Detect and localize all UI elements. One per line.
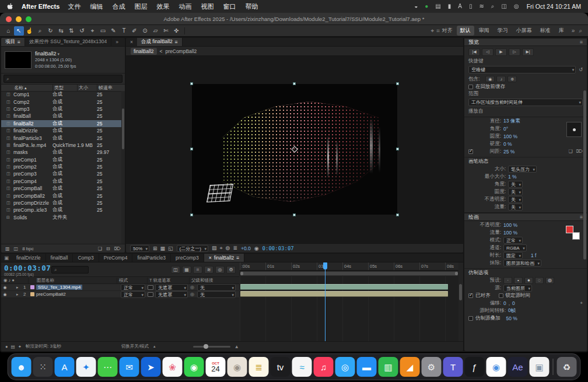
setting-value[interactable]: 关 [508, 196, 523, 203]
offset-target-icon[interactable]: ⌖ [580, 300, 583, 306]
selection-handle[interactable] [396, 148, 399, 150]
render-time-icon[interactable]: ● [5, 344, 8, 349]
source-time-shift-value[interactable]: 0帧 [508, 307, 516, 314]
project-row[interactable]: ⊟ Solids 文件夹 [1, 214, 121, 221]
battery-icon[interactable]: ▮ [448, 3, 452, 10]
timeline-tab[interactable]: PreComp4 [99, 254, 133, 262]
include-overlays-icon[interactable]: ⊕ [508, 76, 517, 82]
layer-visibility-icon[interactable]: ◉ [1, 292, 9, 297]
work-area-bar[interactable] [240, 271, 458, 276]
launchpad[interactable]: ⁙ [33, 357, 53, 377]
safari[interactable]: ✦ [76, 357, 96, 377]
right-panel-scrollbar[interactable] [583, 90, 586, 260]
chrome[interactable]: ◉ [487, 357, 506, 377]
layer-visibility-icon[interactable]: ◉ [1, 285, 9, 290]
figma[interactable]: ƒ [465, 357, 485, 377]
project-row[interactable]: ◫ finalBall2 合成 25 [1, 120, 121, 127]
window-zoom-button[interactable] [26, 16, 32, 22]
breadcrumb-parent[interactable]: preCompBall2 [165, 48, 197, 54]
pixel-aspect-icon[interactable]: ⌖ [219, 245, 222, 251]
clone-source-overlay-value[interactable]: 50 % [506, 316, 517, 321]
menu-item[interactable]: 文件 [68, 2, 80, 11]
snap-grid-icon[interactable]: ⌗ [436, 27, 440, 34]
breadcrumb-current[interactable]: finalBall2 [131, 48, 157, 55]
track-matte-select[interactable]: 无遮罩 [155, 291, 188, 298]
type-tool[interactable]: T [119, 26, 129, 36]
menu-item[interactable]: 动画 [178, 2, 191, 11]
column-mode[interactable]: 模式 [117, 278, 147, 283]
workspace-tab[interactable]: 学习 [494, 26, 512, 36]
selection-handle[interactable] [190, 82, 193, 85]
snapshot-icon[interactable]: ◉ [254, 246, 259, 251]
tab-menu-icon[interactable]: ≡ [236, 255, 239, 261]
zoom-out-icon[interactable]: ▲ [153, 345, 156, 348]
prev-frame-button[interactable]: ◁ [482, 48, 494, 56]
panel-menu-icon[interactable]: ≡ [580, 214, 583, 220]
magnification-select[interactable]: 50% [130, 245, 149, 252]
clone-preset-2-icon[interactable]: • [514, 277, 523, 284]
aligned-checkbox[interactable] [468, 293, 473, 298]
puppet-pin-tool[interactable]: ✜ [172, 26, 181, 36]
apple-tv[interactable]: tv [271, 357, 290, 377]
text-editor[interactable]: ▣ [530, 357, 550, 377]
lock-source-time-checkbox[interactable] [499, 293, 503, 298]
project-item-name[interactable]: finalBall2 [35, 50, 76, 57]
layer-name-text[interactable]: preCompBall2 [36, 292, 66, 297]
clone-preset-3-icon[interactable]: ● [524, 277, 533, 284]
current-time-indicator[interactable] [325, 262, 326, 341]
clone-options-title[interactable]: 仿制选项 [464, 268, 587, 276]
track-matte-select[interactable]: 无遮罩 [155, 284, 188, 291]
layer-label-chip[interactable] [30, 285, 34, 289]
project-row[interactable]: ◫ finalBall 合成 25 [1, 113, 121, 120]
zoom-tool[interactable]: ⌕ [35, 26, 45, 36]
menu-item[interactable]: 合成 [112, 2, 125, 11]
column-fps[interactable]: 帧速率 [97, 85, 120, 91]
frame-blending-icon[interactable]: ≋ [204, 266, 214, 274]
input-source-icon[interactable]: A [458, 3, 462, 10]
timeline-vertical-scrollbar[interactable] [459, 284, 462, 300]
preserve-transparency-toggle[interactable] [148, 285, 153, 290]
comp-flowchart-icon[interactable]: ◫ [171, 266, 180, 274]
delete-icon[interactable]: ⌦ [114, 246, 121, 251]
project-row[interactable]: ◫ masks 合成 29.97 [1, 149, 121, 156]
dolly-camera-tool[interactable]: ⇅ [66, 26, 76, 36]
tab-effect-controls[interactable]: 效果控件 SSU_Texture_2048x1304 [25, 38, 111, 46]
zoom-slider-thumb[interactable] [204, 344, 208, 349]
pickwhip-icon[interactable]: ◎ [190, 292, 197, 297]
orange-app[interactable]: ◢ [400, 357, 420, 377]
rotation-tool[interactable]: ↺ [77, 26, 87, 36]
channels-icon[interactable]: ◍ [226, 245, 230, 251]
setting-value[interactable]: 0 % [503, 141, 512, 147]
foreground-color-swatch[interactable] [566, 226, 573, 233]
selection-tool[interactable]: ↖ [14, 26, 24, 36]
shy-layers-icon[interactable]: ⌗ [193, 266, 202, 274]
include-video-icon[interactable]: ◉ [485, 76, 495, 82]
wifi-icon[interactable]: ≋ [479, 3, 484, 10]
trash[interactable]: ♻ [557, 357, 577, 377]
project-row[interactable]: ▥ finalPa..le.mp4 QuickTime 1.9 MB 25 [1, 142, 121, 149]
selection-handle[interactable] [190, 148, 193, 150]
find-my[interactable]: ◎ [335, 357, 355, 377]
siri-icon[interactable]: ◎ [514, 3, 519, 10]
pickwhip-icon[interactable]: ◎ [190, 285, 197, 290]
selection-handle[interactable] [396, 213, 399, 216]
work-area-end-handle[interactable] [455, 272, 458, 275]
delete-brush-icon[interactable]: ⌦ [576, 149, 583, 154]
setting-value[interactable]: 图层源和绘画 [503, 260, 541, 267]
brush-tool[interactable]: ✐ [130, 26, 139, 36]
after-effects[interactable]: Ae [508, 357, 528, 377]
duplicate-brush-icon[interactable]: ❏ [569, 149, 573, 154]
project-row[interactable]: ◫ preComp4 合成 25 [1, 178, 121, 185]
fast-preview-icon[interactable]: ≣ [233, 245, 237, 251]
first-frame-button[interactable]: |◀ [468, 48, 480, 56]
toggle-switches-hint[interactable]: 切换开关/模式 [121, 344, 149, 349]
notes[interactable]: ≣ [249, 357, 269, 377]
work-area-start-handle[interactable] [240, 272, 243, 275]
plugin-icon[interactable]: ◒ [414, 3, 418, 10]
draft-3d-icon[interactable]: ▦ [182, 266, 191, 274]
stage-manager-icon[interactable]: ● [425, 3, 428, 10]
project-row[interactable]: ◫ preComp3 合成 25 [1, 170, 121, 177]
project-row[interactable]: ◫ Comp1 合成 25 [1, 91, 121, 98]
setting-value[interactable]: 关 [508, 188, 523, 195]
layer-label-chip[interactable] [30, 292, 34, 296]
